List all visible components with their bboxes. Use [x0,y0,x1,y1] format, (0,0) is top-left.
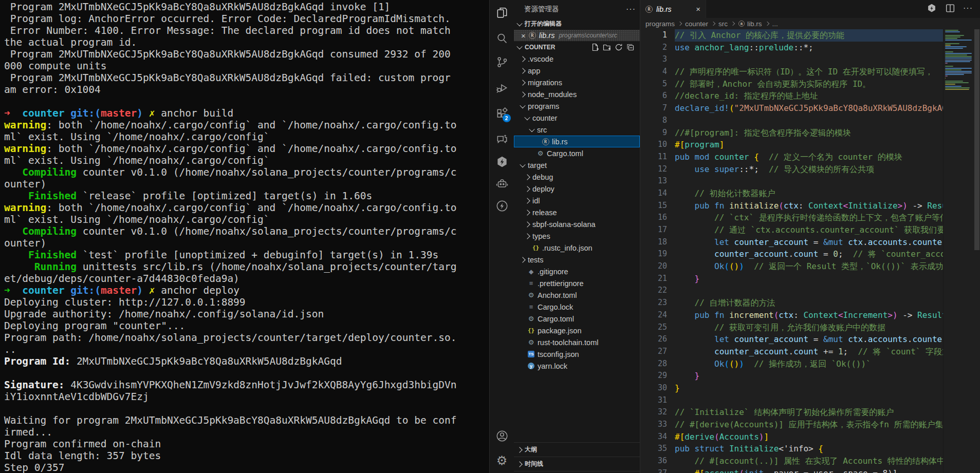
minimap[interactable] [943,29,974,473]
new-folder-icon[interactable] [603,43,611,51]
tree-item-Cargo.toml[interactable]: ⚙Cargo.toml [514,147,640,159]
code-line-20[interactable]: 20 Ok(()) // 返回一个 Result 类型，`Ok(())` 表示成… [640,260,943,273]
more-actions-icon[interactable]: ··· [626,5,636,14]
code-line-24[interactable]: 24 pub fn increment(ctx: Context<Increme… [640,309,943,321]
solana-run-icon[interactable] [926,3,937,14]
tree-item-migrations[interactable]: migrations [514,77,640,88]
code-line-26[interactable]: 26 let counter_account = &mut ctx.accoun… [640,333,943,346]
refresh-icon[interactable] [615,43,623,51]
tree-item-target[interactable]: target [514,159,640,171]
tree-item-Anchor.toml[interactable]: ⚙Anchor.toml [514,289,640,301]
tree-item-.gitignore[interactable]: ◆.gitignore [514,266,640,277]
panel-时间线[interactable]: 时间线 [514,457,640,471]
code-line-15[interactable]: 15 pub fn initialize(ctx: Context<Initia… [640,200,943,212]
tree-item-types[interactable]: types [514,230,640,242]
tree-item-.prettierignore[interactable]: ≡.prettierignore [514,277,640,289]
tree-item-rust-toolchain.toml[interactable]: ⚙rust-toolchain.toml [514,336,640,348]
settings-icon[interactable]: ⚙ [495,454,509,467]
solana-icon[interactable] [495,155,509,168]
breadcrumb-item[interactable]: ... [772,20,778,28]
code-line-18[interactable]: 18 let counter_account = &mut ctx.accoun… [640,236,943,249]
code-line-11[interactable]: 11pub mod counter { // 定义一个名为 counter 的模… [640,151,943,163]
code-line-13[interactable]: 13 [640,175,943,187]
code-line-23[interactable]: 23 // 自增计数器的方法 [640,297,943,309]
tree-item-lib.rs[interactable]: Rlib.rs [514,136,640,147]
code-line-5[interactable]: 5// 部署时，Anchor 会自动更新为实际的程序 ID。 [640,78,943,90]
tree-item-release[interactable]: release [514,206,640,218]
code-line-32[interactable]: 32// `Initialize` 结构体声明了初始化操作所需要的账户 [640,406,943,419]
code-line-25[interactable]: 25 // 获取可变引用，允许我们修改账户中的数据 [640,321,943,334]
code-line-14[interactable]: 14 // 初始化计数器账户 [640,187,943,200]
tree-item-tests[interactable]: tests [514,254,640,266]
project-section-header[interactable]: COUNTER [514,41,640,53]
code-line-6[interactable]: 6//declare_id: 指定程序的链上地址 [640,90,943,102]
tree-item-.rustc_info.json[interactable]: {}.rustc_info.json [514,242,640,254]
run-debug-icon[interactable] [495,81,509,94]
tree-item-.vscode[interactable]: .vscode [514,53,640,65]
code-line-33[interactable]: 33// #[derive(Accounts)] 应用于结构体，表示指令fn 所… [640,419,943,431]
code-line-4[interactable]: 4// 声明程序的唯一标识符（ID）。这个 ID 在开发时可以随便填写， [640,66,943,78]
thunder-icon[interactable] [495,199,509,213]
tree-item-debug[interactable]: debug [514,171,640,183]
extensions-icon[interactable]: 2 [495,107,509,120]
new-file-icon[interactable] [591,43,599,51]
source-control-icon[interactable] [495,55,509,69]
tree-item-deploy[interactable]: deploy [514,183,640,195]
code-line-17[interactable]: 17 // 通过 `ctx.accounts.counter_account` … [640,224,943,236]
tree-item-counter[interactable]: counter [514,112,640,124]
code-line-16[interactable]: 16 // `ctx` 是程序执行时传递给函数的上下文，包含了账户等信息 [640,212,943,224]
code-line-37[interactable]: 37 #[account(init, payer = user, space =… [640,467,943,473]
code-line-34[interactable]: 34#[derive(Accounts)] [640,431,943,443]
tree-item-sbpf-solana-solana[interactable]: sbpf-solana-solana [514,218,640,230]
code-line-35[interactable]: 35pub struct Initialize<'info> { [640,443,943,455]
code-line-8[interactable]: 8 [640,115,943,127]
code-line-27[interactable]: 27 counter_account.count += 1; // 将 `cou… [640,346,943,358]
collapse-all-icon[interactable] [626,43,635,51]
code-line-31[interactable]: 31 [640,394,943,407]
code-line-7[interactable]: 7declare_id!("2MxUTmbNXeGCJ5pKk9aBcY8Qa8… [640,102,943,115]
explorer-icon[interactable] [495,6,509,20]
tree-item-src[interactable]: src [514,124,640,136]
code-editor[interactable]: 1// 引入 Anchor 的核心库，提供必要的功能2use anchor_la… [640,29,943,473]
code-line-10[interactable]: 10#[program] [640,139,943,151]
breadcrumb-item[interactable]: src [718,20,728,28]
code-line-22[interactable]: 22 [640,285,943,297]
breadcrumb-item[interactable]: programs [645,20,675,28]
editor-scrollbar[interactable] [974,29,980,473]
tab-librs[interactable]: R lib.rs × [640,0,706,18]
tree-item-tsconfig.json[interactable]: TStsconfig.json [514,348,640,360]
account-icon[interactable] [495,429,509,443]
tree-item-Cargo.lock[interactable]: ≡Cargo.lock [514,301,640,313]
code-line-30[interactable]: 30} [640,382,943,394]
code-line-9[interactable]: 9//#[program]: 指定包含程序指令逻辑的模块 [640,127,943,139]
panel-rust-dependencies[interactable]: RUST DEPENDENCIES [514,471,640,473]
open-editor-item[interactable]: × R lib.rs programs\counter\src [514,30,640,41]
tree-item-idl[interactable]: idl [514,195,640,206]
tree-item-package.json[interactable]: {}package.json [514,325,640,336]
copilot-chat-icon[interactable] [495,133,509,146]
code-line-12[interactable]: 12 use super::*; // 导入父模块的所有公共项 [640,163,943,176]
tree-item-app[interactable]: app [514,65,640,77]
open-editors-section[interactable]: 打开的编辑器 [514,18,640,30]
tab-close-icon[interactable]: × [696,5,700,13]
code-line-2[interactable]: 2use anchor_lang::prelude::*; [640,42,943,54]
code-line-19[interactable]: 19 counter_account.count = 0; // 将 `coun… [640,248,943,260]
code-line-21[interactable]: 21 } [640,273,943,285]
breadcrumb-item[interactable]: lib.rs [747,20,762,28]
code-line-29[interactable]: 29 } [640,370,943,382]
code-line-3[interactable]: 3 [640,53,943,66]
breadcrumb[interactable]: programscountersrcRlib.rs... [640,18,943,29]
code-line-1[interactable]: 1// 引入 Anchor 的核心库，提供必要的功能 [640,29,943,42]
split-editor-icon[interactable] [945,3,956,14]
close-icon[interactable]: × [521,31,526,40]
tree-item-yarn.lock[interactable]: yyarn.lock [514,360,640,372]
code-line-28[interactable]: 28 Ok(()) // 操作成功，返回 `Ok(())` [640,358,943,370]
robot-icon[interactable] [495,177,509,190]
code-line-36[interactable]: 36 // #[account(..)] 属性 在实现了 Accounts 特性… [640,455,943,467]
tree-item-Cargo.toml[interactable]: ⚙Cargo.toml [514,313,640,325]
tree-item-programs[interactable]: programs [514,100,640,112]
panel-大纲[interactable]: 大纲 [514,442,640,457]
search-icon[interactable] [495,32,509,45]
editor-more-actions-icon[interactable]: ··· [963,3,973,14]
tree-item-node_modules[interactable]: node_modules [514,88,640,100]
